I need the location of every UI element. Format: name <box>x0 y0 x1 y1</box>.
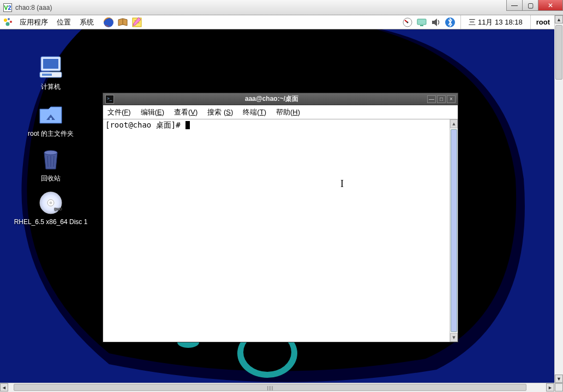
svg-point-4 <box>4 19 7 22</box>
terminal-title: aaa@chao:~/桌面 <box>117 94 426 104</box>
svg-point-23 <box>44 150 57 155</box>
terminal-maximize-button[interactable]: □ <box>437 95 446 103</box>
desktop-icon-label: 回收站 <box>10 174 92 183</box>
svg-rect-19 <box>43 59 58 69</box>
terminal-icon <box>105 95 114 104</box>
mouse-ibeam-icon: I <box>340 178 344 190</box>
computer-icon <box>38 55 64 81</box>
panel-user[interactable]: root <box>536 18 550 26</box>
vnc-titlebar[interactable]: V2 chao:8 (aaa) — ▢ ✕ <box>0 0 563 15</box>
terminal-menu-edit[interactable]: 编辑(E) <box>141 107 164 117</box>
terminal-menu-terminal[interactable]: 终端(T) <box>243 107 266 117</box>
terminal-close-button[interactable]: × <box>447 95 456 103</box>
notes-icon[interactable] <box>131 16 143 28</box>
menu-system[interactable]: 系统 <box>75 17 98 27</box>
dvd-icon: DVD <box>38 190 64 216</box>
svg-point-7 <box>6 22 10 26</box>
firefox-icon[interactable] <box>103 16 115 28</box>
terminal-menu-view[interactable]: 查看(V) <box>174 107 197 117</box>
vnc-viewport: 应用程序 位置 系统 <box>0 15 554 383</box>
svg-rect-21 <box>42 74 52 76</box>
scroll-thumb[interactable] <box>451 129 457 332</box>
gnome-foot-icon <box>2 17 13 28</box>
trash-icon <box>38 146 64 172</box>
terminal-window: aaa@chao:~/桌面 — □ × 文件(F) 编辑(E) 查看(V) 搜索… <box>103 93 458 342</box>
scroll-thumb[interactable] <box>14 384 526 391</box>
terminal-menubar: 文件(F) 编辑(E) 查看(V) 搜索 (S) 终端(T) 帮助(H) <box>103 105 458 119</box>
scroll-right-button[interactable]: ► <box>546 383 554 391</box>
panel-separator <box>530 15 531 29</box>
panel-clock[interactable]: 三 11月 13 18:18 <box>469 17 522 27</box>
vnc-viewport-wrap: 应用程序 位置 系统 <box>0 15 563 392</box>
home-folder-icon <box>38 101 64 128</box>
terminal-menu-search[interactable]: 搜索 (S) <box>207 107 233 117</box>
display-icon[interactable] <box>416 16 428 28</box>
desktop-icon-home[interactable]: root 的主文件夹 <box>10 101 92 138</box>
svg-point-5 <box>8 18 10 20</box>
close-button[interactable]: ✕ <box>538 0 563 11</box>
desktop-icon-label: 计算机 <box>10 83 92 92</box>
scroll-up-button[interactable]: ▲ <box>450 119 458 128</box>
gnome-panel: 应用程序 位置 系统 <box>0 15 554 29</box>
scroll-corner <box>555 383 563 391</box>
svg-point-30 <box>50 202 52 204</box>
terminal-menu-file[interactable]: 文件(F) <box>107 107 131 117</box>
menu-places[interactable]: 位置 <box>52 17 75 27</box>
svg-text:DVD: DVD <box>54 207 62 211</box>
svg-rect-15 <box>417 19 426 25</box>
vnc-window-controls: — ▢ ✕ <box>507 0 563 15</box>
text-cursor <box>185 121 190 129</box>
vnc-title: chao:8 (aaa) <box>15 4 507 11</box>
menu-applications[interactable]: 应用程序 <box>15 17 52 27</box>
vnc-scrollbar-horizontal[interactable]: ◄ ► <box>0 383 563 392</box>
terminal-scrollbar[interactable]: ▲ ▼ <box>450 119 458 342</box>
minimize-button[interactable]: — <box>506 0 523 11</box>
scroll-down-button[interactable]: ▼ <box>450 333 458 342</box>
book-icon[interactable] <box>117 16 129 28</box>
panel-separator <box>460 15 461 29</box>
desktop-icon-computer[interactable]: 计算机 <box>10 55 92 92</box>
svg-rect-22 <box>50 118 52 121</box>
svg-point-14 <box>407 21 409 23</box>
vnc-scrollbar-vertical[interactable]: ▲ ▼ <box>554 15 563 383</box>
terminal-content[interactable]: [root@chao 桌面]# I <box>103 119 450 342</box>
terminal-menu-help[interactable]: 帮助(H) <box>276 107 300 117</box>
desktop-icon-label: RHEL_6.5 x86_64 Disc 1 <box>10 218 92 227</box>
vnc-logo-icon: V2 <box>3 3 12 12</box>
terminal-body: [root@chao 桌面]# I ▲ ▼ <box>103 119 458 342</box>
desktop-icon-label: root 的主文件夹 <box>10 130 92 138</box>
terminal-prompt: [root@chao 桌面]# <box>105 120 185 129</box>
scroll-thumb[interactable] <box>555 25 562 80</box>
scroll-left-button[interactable]: ◄ <box>0 383 8 391</box>
volume-icon[interactable] <box>430 16 442 28</box>
terminal-minimize-button[interactable]: — <box>427 95 436 103</box>
svg-point-6 <box>10 21 12 23</box>
scroll-down-button[interactable]: ▼ <box>555 375 563 383</box>
svg-rect-16 <box>420 25 423 26</box>
desktop-icon-dvd[interactable]: DVD RHEL_6.5 x86_64 Disc 1 <box>10 190 92 227</box>
scroll-up-button[interactable]: ▲ <box>555 15 563 23</box>
desktop-icon-trash[interactable]: 回收站 <box>10 146 92 183</box>
maximize-button[interactable]: ▢ <box>522 0 538 11</box>
terminal-titlebar[interactable]: aaa@chao:~/桌面 — □ × <box>103 93 458 105</box>
linux-desktop[interactable]: 应用程序 位置 系统 <box>0 15 554 383</box>
gauge-icon[interactable] <box>402 16 414 28</box>
vnc-window: V2 chao:8 (aaa) — ▢ ✕ <box>0 0 563 392</box>
bluetooth-icon[interactable] <box>444 16 456 28</box>
